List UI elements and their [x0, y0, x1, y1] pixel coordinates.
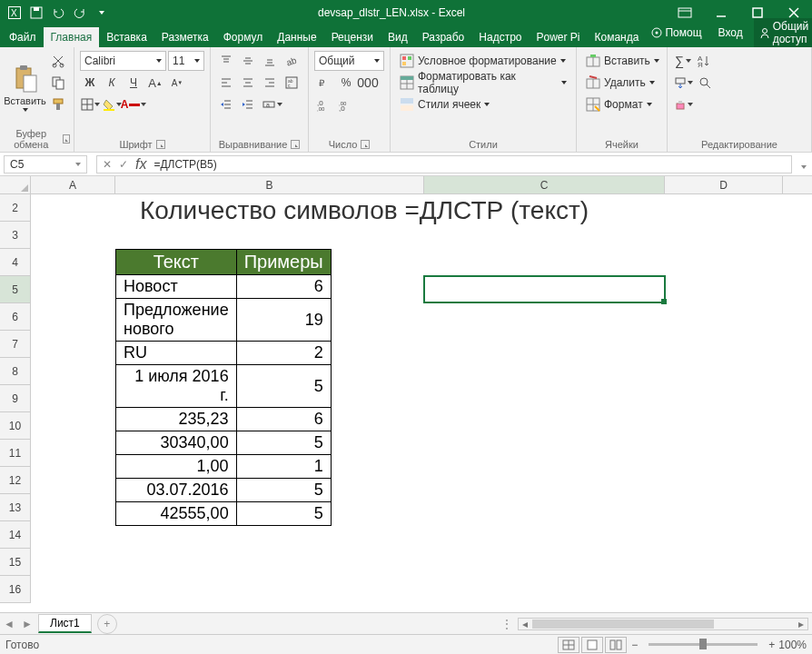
font-color-icon[interactable]: A	[124, 94, 144, 114]
table-cell-result[interactable]: 5	[236, 431, 331, 455]
align-middle-icon[interactable]	[238, 51, 258, 71]
row-header[interactable]: 4	[0, 249, 31, 276]
format-as-table-button[interactable]: Форматировать как таблицу	[396, 73, 570, 93]
decrease-decimal-icon[interactable]: ,00,0	[336, 94, 356, 114]
table-cell-text[interactable]: 1,00	[116, 455, 237, 479]
table-cell-text[interactable]: 42555,00	[116, 502, 237, 526]
tab-file[interactable]: Файл	[2, 27, 44, 47]
autosum-icon[interactable]: ∑	[673, 51, 693, 71]
tab-view[interactable]: Вид	[381, 27, 415, 47]
row-header[interactable]: 10	[0, 412, 31, 440]
bold-button[interactable]: Ж	[80, 73, 100, 93]
table-cell-text[interactable]: 1 июля 2016 г.	[116, 365, 237, 408]
percent-icon[interactable]: %	[336, 73, 356, 93]
column-header[interactable]: A	[31, 176, 115, 193]
cut-icon[interactable]	[48, 51, 68, 71]
align-top-icon[interactable]	[216, 51, 236, 71]
column-header[interactable]: C	[424, 176, 665, 193]
column-header[interactable]: B	[115, 176, 424, 193]
table-cell-result[interactable]: 6	[236, 275, 331, 299]
formula-input[interactable]: =ДЛСТР(B5)	[153, 158, 216, 171]
qat-customize-icon[interactable]	[93, 3, 111, 23]
tab-insert[interactable]: Вставка	[99, 27, 154, 47]
format-cells-button[interactable]: Формат	[582, 94, 661, 114]
borders-icon[interactable]	[80, 94, 100, 114]
conditional-formatting-button[interactable]: Условное форматирование	[396, 51, 570, 71]
delete-cells-button[interactable]: Удалить	[582, 73, 661, 93]
align-right-icon[interactable]	[260, 73, 280, 93]
expand-formula-bar-icon[interactable]	[796, 156, 812, 173]
font-size-combo[interactable]: 11	[168, 51, 204, 71]
select-all-corner[interactable]	[0, 176, 31, 193]
comma-icon[interactable]: 000	[358, 73, 378, 93]
undo-icon[interactable]	[49, 3, 67, 23]
column-header[interactable]: D	[665, 176, 783, 193]
shrink-font-icon[interactable]: A▼	[167, 73, 187, 93]
grid-rows[interactable]: 2345678910111213141516 Количество символ…	[0, 194, 812, 612]
tell-me[interactable]: Помощ	[646, 25, 707, 41]
table-cell-result[interactable]: 5	[236, 502, 331, 526]
save-icon[interactable]	[27, 3, 45, 23]
horizontal-scrollbar[interactable]: ◂ ▸	[518, 618, 808, 630]
row-header[interactable]: 3	[0, 222, 31, 249]
fill-handle[interactable]	[661, 299, 667, 304]
align-dialog-icon[interactable]	[291, 140, 300, 149]
tab-powerpivot[interactable]: Power Pi	[529, 27, 587, 47]
new-sheet-button[interactable]: +	[97, 614, 117, 634]
clipboard-dialog-icon[interactable]	[63, 134, 70, 144]
row-header[interactable]: 13	[0, 494, 31, 521]
row-header[interactable]: 11	[0, 440, 31, 467]
wrap-text-icon[interactable]: abc	[282, 73, 302, 93]
increase-decimal-icon[interactable]: ,0,00	[314, 94, 334, 114]
table-cell-result[interactable]: 6	[236, 408, 331, 431]
row-header[interactable]: 5	[0, 276, 31, 303]
merge-center-icon[interactable]: a	[260, 94, 285, 114]
table-cell-result[interactable]: 5	[236, 365, 331, 408]
paste-button[interactable]: Вставить	[4, 49, 46, 126]
table-cell-text[interactable]: RU	[116, 342, 237, 365]
sort-filter-icon[interactable]: AЯ	[695, 51, 715, 71]
page-break-view-icon[interactable]	[605, 637, 627, 653]
table-cell-text[interactable]: 235,23	[116, 408, 237, 431]
row-header[interactable]: 16	[0, 576, 31, 603]
table-cell-result[interactable]: 1	[236, 455, 331, 479]
table-cell-result[interactable]: 5	[236, 479, 331, 502]
table-cell-result[interactable]: 19	[236, 299, 331, 342]
font-name-combo[interactable]: Calibri	[80, 51, 166, 71]
zoom-slider-thumb[interactable]	[699, 639, 707, 649]
format-painter-icon[interactable]	[48, 94, 68, 114]
row-header[interactable]: 2	[0, 194, 31, 222]
table-cell-result[interactable]: 2	[236, 342, 331, 365]
tab-addins[interactable]: Надстро	[471, 27, 529, 47]
scroll-thumb[interactable]	[532, 619, 714, 629]
table-cell-text[interactable]: 30340,00	[116, 431, 237, 455]
table-cell-text[interactable]: Новост	[116, 275, 237, 299]
zoom-slider[interactable]	[649, 643, 758, 646]
table-cell-text[interactable]: 03.07.2016	[116, 479, 237, 502]
copy-icon[interactable]	[48, 73, 68, 93]
grow-font-icon[interactable]: A▲	[145, 73, 165, 93]
tab-layout[interactable]: Разметка	[154, 27, 216, 47]
italic-button[interactable]: К	[102, 73, 122, 93]
number-dialog-icon[interactable]	[361, 140, 370, 149]
row-header[interactable]: 12	[0, 467, 31, 494]
page-layout-view-icon[interactable]	[581, 637, 603, 653]
row-header[interactable]: 15	[0, 549, 31, 576]
tab-home[interactable]: Главная	[44, 27, 100, 47]
tab-review[interactable]: Рецензи	[324, 27, 381, 47]
fill-icon[interactable]	[673, 73, 693, 93]
tab-formulas[interactable]: Формул	[216, 27, 271, 47]
scroll-right-icon[interactable]: ▸	[795, 619, 807, 629]
table-cell-text[interactable]: Предложение нового	[116, 299, 237, 342]
cell-styles-button[interactable]: Стили ячеек	[396, 94, 570, 114]
tab-team[interactable]: Команда	[588, 27, 647, 47]
normal-view-icon[interactable]	[558, 637, 579, 653]
decrease-indent-icon[interactable]	[216, 94, 236, 114]
sheet-tab[interactable]: Лист1	[38, 614, 92, 633]
align-left-icon[interactable]	[216, 73, 236, 93]
scroll-left-icon[interactable]: ◂	[519, 619, 531, 629]
fill-color-icon[interactable]	[102, 94, 122, 114]
row-header[interactable]: 9	[0, 385, 31, 412]
accounting-icon[interactable]: ₽	[314, 73, 334, 93]
sign-in[interactable]: Вход	[713, 25, 748, 41]
